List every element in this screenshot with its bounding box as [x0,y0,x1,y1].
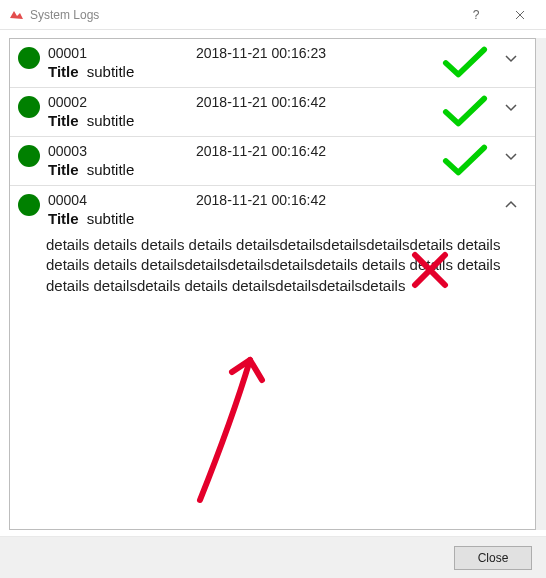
chevron-down-icon [504,51,518,65]
chevron-up-icon [504,198,518,212]
log-title-line: Title subtitle [48,210,196,227]
log-list: 00001 Title subtitle 2018-11-21 00:16:23… [10,39,535,529]
log-title: Title [48,161,79,178]
status-check-icon [433,45,497,81]
log-main: 00001 Title subtitle [46,45,196,80]
log-row[interactable]: 00003 Title subtitle 2018-11-21 00:16:42 [10,137,535,186]
status-dot-icon [18,96,40,118]
help-icon: ? [473,8,480,22]
close-icon [515,10,525,20]
log-title-line: Title subtitle [48,112,196,129]
status-dot-icon [18,194,40,216]
dialog-footer: Close [0,536,546,578]
close-button[interactable]: Close [454,546,532,570]
window-close-button[interactable] [498,1,542,29]
log-row[interactable]: 00001 Title subtitle 2018-11-21 00:16:23 [10,39,535,88]
log-subtitle: subtitle [87,210,135,227]
window-title: System Logs [30,8,454,22]
log-title-line: Title subtitle [48,161,196,178]
log-title: Title [48,210,79,227]
log-timestamp: 2018-11-21 00:16:42 [196,192,433,208]
log-details: details details details details detailsd… [46,235,525,296]
chevron-down-icon [504,100,518,114]
titlebar: System Logs ? [0,0,546,30]
chevron-down-icon [504,149,518,163]
log-timestamp: 2018-11-21 00:16:42 [196,94,433,110]
log-title-line: Title subtitle [48,63,196,80]
log-panel: 00001 Title subtitle 2018-11-21 00:16:23… [9,38,536,530]
log-timestamp: 2018-11-21 00:16:42 [196,143,433,159]
log-title: Title [48,63,79,80]
log-row[interactable]: 00002 Title subtitle 2018-11-21 00:16:42 [10,88,535,137]
log-subtitle: subtitle [87,63,135,80]
expand-toggle[interactable] [497,143,525,163]
status-dot-icon [18,47,40,69]
log-row[interactable]: 00004 Title subtitle 2018-11-21 00:16:42… [10,186,535,302]
close-button-label: Close [478,551,509,565]
status-check-icon [433,143,497,179]
log-subtitle: subtitle [87,161,135,178]
expand-toggle[interactable] [497,45,525,65]
log-id: 00004 [48,192,196,208]
log-timestamp: 2018-11-21 00:16:23 [196,45,433,61]
collapse-toggle[interactable] [497,192,525,212]
log-id: 00001 [48,45,196,61]
log-id: 00003 [48,143,196,159]
scrollbar[interactable] [536,38,546,530]
help-button[interactable]: ? [454,1,498,29]
log-title: Title [48,112,79,129]
log-subtitle: subtitle [87,112,135,129]
log-main: 00002 Title subtitle [46,94,196,129]
log-main: 00004 Title subtitle [46,192,196,227]
status-dot-icon [18,145,40,167]
log-id: 00002 [48,94,196,110]
status-check-icon [433,94,497,130]
expand-toggle[interactable] [497,94,525,114]
app-icon [8,7,24,23]
log-main: 00003 Title subtitle [46,143,196,178]
